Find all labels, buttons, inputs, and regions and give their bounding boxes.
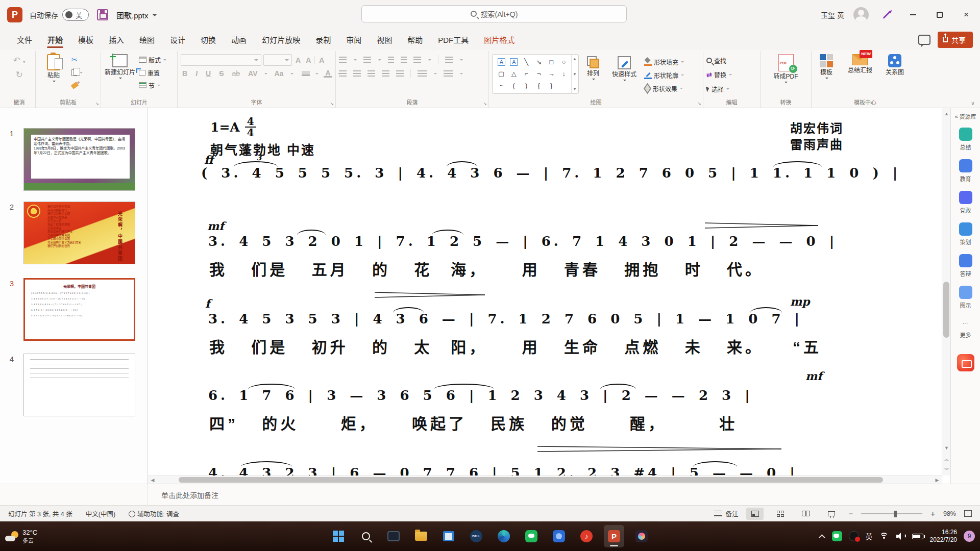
clock[interactable]: 16:26 2022/7/20 — [930, 529, 957, 544]
tab-record[interactable]: 录制 — [308, 30, 338, 50]
dell-app-button[interactable]: DELL — [466, 525, 486, 547]
align-text-button[interactable] — [418, 70, 427, 77]
tab-draw[interactable]: 绘图 — [132, 30, 162, 50]
dialog-launcher-icon[interactable]: ↘ — [697, 101, 701, 106]
shape-elbow-arrow-icon[interactable]: ¬ — [533, 68, 546, 79]
shape-oval-icon[interactable]: ○ — [558, 56, 571, 67]
edge-browser-button[interactable] — [494, 525, 514, 547]
quick-styles-button[interactable]: 快速样式 — [607, 54, 641, 81]
section-button[interactable]: 节 — [139, 80, 166, 90]
save-icon[interactable] — [97, 9, 108, 20]
accessibility-indicator[interactable]: 辅助功能: 调查 — [129, 509, 179, 518]
previous-slide-button[interactable]: ︽ — [942, 454, 950, 464]
shape-arrow-icon[interactable]: ↘ — [533, 56, 546, 67]
collapse-ribbon-button[interactable]: ∨ — [971, 100, 975, 107]
shape-brace-right-icon[interactable]: } — [545, 80, 558, 91]
strikethrough-button[interactable]: ab — [230, 69, 241, 78]
shapes-gallery[interactable]: A A ╲ ↘ □ ○ ▢ △ ⌐ ¬ → ↓ ~ ( ) { } — [492, 54, 579, 94]
qq-tray-icon[interactable] — [849, 531, 859, 541]
zoom-slider[interactable] — [861, 513, 922, 514]
maximize-button[interactable] — [931, 6, 948, 23]
decrease-indent-button[interactable] — [388, 57, 394, 63]
taskbar-app-green[interactable] — [521, 525, 542, 547]
file-explorer-button[interactable] — [411, 525, 431, 547]
horizontal-scroll-thumb[interactable] — [179, 477, 883, 483]
reading-view-button[interactable] — [797, 508, 815, 520]
notification-badge[interactable]: 9 — [964, 531, 975, 542]
textbox-vertical-icon[interactable]: A — [510, 58, 518, 66]
start-button[interactable] — [328, 525, 349, 547]
shape-right-arrow-icon[interactable]: → — [545, 68, 558, 79]
tab-home[interactable]: 开始 — [40, 30, 70, 50]
shadow-button[interactable]: S — [217, 69, 225, 78]
align-center-button[interactable] — [353, 70, 361, 77]
search-input[interactable]: 搜索(Alt+Q) — [361, 5, 627, 22]
replace-button[interactable]: ⇄替换 — [706, 69, 732, 80]
shape-triangle-icon[interactable]: △ — [508, 68, 521, 79]
scroll-down-button[interactable]: ▼ — [942, 442, 950, 453]
tab-pdf-tools[interactable]: PDF工具 — [430, 30, 476, 50]
notes-toggle-button[interactable]: 备注 — [714, 509, 738, 518]
clear-formatting-button[interactable]: A — [314, 56, 326, 64]
cut-button[interactable]: ✂ — [71, 55, 83, 65]
taskbar-search-button[interactable] — [356, 525, 376, 547]
convert-smartart-button[interactable] — [444, 70, 453, 77]
paste-button[interactable]: 粘贴 — [39, 52, 68, 82]
shape-brace-left-icon[interactable]: { — [533, 80, 546, 91]
resource-store-icon[interactable] — [957, 354, 974, 371]
relationship-diagram-button[interactable]: 关系图 — [882, 52, 908, 76]
zoom-out-button[interactable]: − — [848, 509, 853, 518]
microsoft-store-button[interactable] — [438, 525, 459, 547]
rail-item-diagram[interactable]: 图示 — [959, 286, 972, 309]
textbox-horizontal-icon[interactable]: A — [498, 58, 505, 66]
tab-design[interactable]: 设计 — [162, 30, 193, 50]
copy-button[interactable] — [71, 67, 83, 78]
align-right-button[interactable] — [368, 70, 375, 77]
hidden-icons-chevron[interactable] — [819, 534, 825, 541]
italic-button[interactable]: I — [194, 69, 199, 78]
find-button[interactable]: 查找 — [706, 55, 726, 65]
zoom-level[interactable]: 98% — [943, 510, 956, 517]
close-button[interactable]: × — [958, 6, 975, 23]
layout-button[interactable]: 版式 — [139, 55, 166, 65]
dialog-launcher-icon[interactable]: ↘ — [95, 101, 99, 106]
comments-icon[interactable] — [918, 35, 930, 45]
notes-pane[interactable]: 单击此处添加备注 — [0, 484, 980, 505]
minimize-button[interactable] — [904, 6, 922, 23]
slide-thumbnail-4[interactable]: 4 — [0, 354, 148, 416]
summary-report-button[interactable]: NEW 总结汇报 — [843, 52, 877, 74]
character-spacing-button[interactable]: AV — [247, 69, 259, 78]
bold-button[interactable]: B — [181, 69, 189, 78]
battery-icon[interactable] — [912, 534, 923, 539]
grow-font-button[interactable]: A — [294, 56, 302, 64]
text-direction-button[interactable] — [445, 57, 453, 63]
language-indicator[interactable]: 中文(中国) — [86, 509, 115, 518]
font-name-combobox[interactable] — [181, 54, 261, 66]
tab-animations[interactable]: 动画 — [224, 30, 254, 50]
rail-item-education[interactable]: 教育 — [959, 159, 972, 183]
increase-indent-button[interactable] — [401, 57, 407, 63]
shape-elbow-icon[interactable]: ⌐ — [520, 68, 533, 79]
format-painter-button[interactable] — [71, 80, 83, 90]
taskbar-app-photos[interactable] — [631, 525, 652, 547]
resource-library-header[interactable]: «资源库 — [954, 112, 976, 120]
scroll-right-button[interactable]: ▶ — [933, 476, 942, 484]
rail-item-planning[interactable]: 策划 — [959, 222, 972, 246]
arrange-button[interactable]: 排列 — [582, 54, 604, 80]
autosave-toggle[interactable]: 关 — [62, 9, 89, 21]
powerpoint-app-icon[interactable]: P — [7, 7, 22, 22]
tab-picture-format[interactable]: 图片格式 — [476, 30, 522, 50]
font-size-combobox[interactable] — [263, 54, 292, 66]
shapes-gallery-scroll[interactable]: ▲▼▼ — [571, 55, 578, 93]
undo-button[interactable]: ↶ ▾ — [13, 55, 25, 65]
tab-help[interactable]: 帮助 — [400, 30, 430, 50]
reset-button[interactable]: 重置 — [139, 67, 166, 78]
slide-thumbnail-1[interactable]: 1 中国共产主义青年团团歌是《光荣啊，中国共青团》，由胡宏伟作词，雷雨声作曲。 … — [0, 128, 148, 191]
slideshow-button[interactable] — [823, 508, 840, 520]
highlight-color-button[interactable] — [302, 71, 310, 76]
shape-effects-button[interactable]: 形状效果 — [644, 83, 684, 93]
vertical-scroll-thumb[interactable] — [943, 282, 949, 338]
shape-outline-button[interactable]: 形状轮廓 — [644, 70, 684, 80]
user-avatar[interactable] — [853, 7, 869, 22]
slide-position-indicator[interactable]: 幻灯片 第 3 张, 共 4 张 — [8, 509, 72, 518]
